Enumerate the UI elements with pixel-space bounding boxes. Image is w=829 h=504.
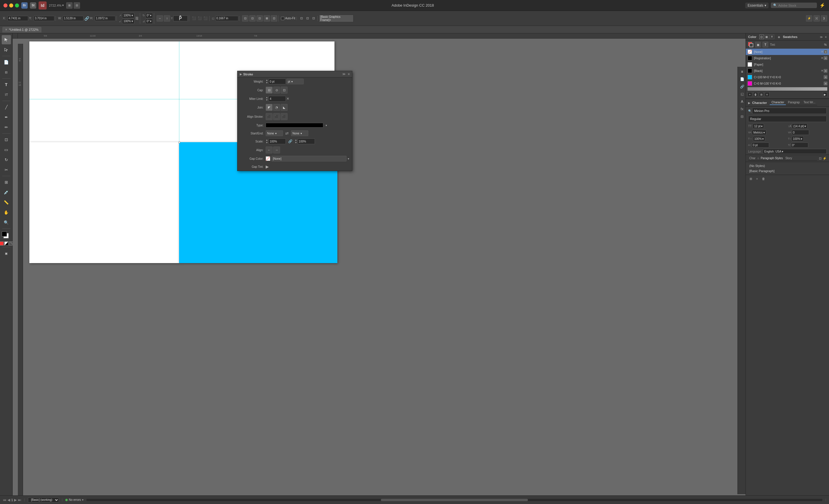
close-button[interactable]: [3, 3, 7, 7]
pen-tool[interactable]: ✒: [2, 113, 11, 122]
pages-icon[interactable]: 📄: [739, 76, 745, 82]
gap-tool[interactable]: ⊟: [2, 68, 11, 77]
baseline-input[interactable]: [752, 142, 769, 148]
swatch-edit-black[interactable]: ⊞: [824, 69, 827, 73]
canvas-area[interactable]: 5/8 11/16 3/4 13/16 7/8 5 8 11 16: [13, 33, 746, 503]
stroke-expand-btn[interactable]: ≫: [342, 72, 346, 76]
skew-input[interactable]: [791, 142, 808, 148]
view-btn-2[interactable]: ⊟: [74, 2, 80, 9]
cap-square-btn[interactable]: ⊡: [281, 87, 288, 94]
content-align-2[interactable]: ⊡: [305, 16, 310, 21]
para-basic-paragraph[interactable]: [Basic Paragraph]: [746, 168, 829, 174]
fit-btn-4[interactable]: ⊠: [264, 15, 270, 22]
swatch-item-registration[interactable]: [Registration] ✕ ⊞: [746, 55, 829, 61]
minimize-button[interactable]: [9, 3, 13, 7]
gap-tint-arrow[interactable]: ▶: [266, 164, 269, 169]
join-round-btn[interactable]: ◔: [273, 104, 280, 111]
y-input[interactable]: [34, 16, 55, 21]
canvas-content[interactable]: 5 8 11 16: [18, 39, 746, 503]
rectangle-tool[interactable]: ▭: [2, 145, 11, 154]
char-tab-text-wrap[interactable]: Text Wr...: [802, 100, 817, 105]
scale-w-down[interactable]: ▼: [266, 141, 268, 144]
transform-btn[interactable]: ⟫: [821, 15, 827, 22]
document-tab[interactable]: × *Untitled-1 @ 2722%: [2, 27, 41, 33]
scale-w-input[interactable]: [268, 139, 286, 144]
font-name-input[interactable]: [752, 108, 827, 114]
weight-up[interactable]: ▲: [266, 79, 268, 81]
stroke-expand-icon[interactable]: ▶: [240, 73, 242, 76]
zoom-tool[interactable]: 🔍: [2, 218, 11, 227]
stroke-indicator[interactable]: [749, 43, 753, 47]
weight-input[interactable]: [268, 79, 286, 84]
line-tool[interactable]: ╱: [2, 103, 11, 112]
align-center-btn[interactable]: ⬛: [266, 113, 273, 120]
swatches-menu-btn[interactable]: ≡: [825, 35, 827, 39]
last-page-btn[interactable]: ⏭: [18, 498, 21, 502]
swatch-edit-cyan[interactable]: ⊞: [824, 75, 827, 79]
swatch-item-black[interactable]: [Black] ✕ ⊞: [746, 68, 829, 74]
align-outside-btn[interactable]: ⬛: [281, 113, 288, 120]
weight-down[interactable]: ▼: [266, 81, 268, 84]
para-no-styles[interactable]: (No Styles): [746, 163, 829, 168]
miter-input[interactable]: [268, 96, 286, 102]
para-new-group-btn[interactable]: ⊞: [748, 176, 753, 181]
type-T-icon[interactable]: T: [770, 35, 774, 39]
tab-close-btn[interactable]: ×: [5, 28, 7, 32]
h-input[interactable]: [95, 16, 115, 21]
horizontal-scrollbar[interactable]: [86, 499, 822, 501]
miter-up[interactable]: ▲: [266, 96, 268, 99]
char-tab-character[interactable]: Character: [770, 100, 786, 105]
start-dropdown[interactable]: None▾: [266, 131, 283, 136]
weight-unit-dropdown[interactable]: pt▾: [286, 79, 304, 84]
autofit-checkbox[interactable]: [281, 17, 284, 20]
free-transform-tool[interactable]: ⊞: [2, 178, 11, 187]
color-wheel-icon[interactable]: ⊙: [759, 35, 764, 39]
swatch-delete-btn[interactable]: 🗑: [753, 92, 758, 97]
type-on-path-tool[interactable]: ⌇T: [2, 90, 11, 99]
para-tab-story[interactable]: Story: [784, 156, 793, 160]
language-dropdown[interactable]: English: USA▾: [763, 149, 827, 154]
miter-down[interactable]: ▼: [266, 99, 268, 101]
selection-tool[interactable]: [2, 35, 11, 44]
join-bevel-btn[interactable]: ◣: [281, 104, 288, 111]
gradient-icon[interactable]: ▦: [764, 35, 769, 39]
swatch-item-paper[interactable]: [Paper]: [746, 61, 829, 68]
maximize-button[interactable]: [15, 3, 19, 7]
fit-btn-2[interactable]: ⊡: [249, 15, 256, 22]
lightning-tool-btn[interactable]: ⚡: [806, 15, 812, 22]
char-expand-icon[interactable]: ▶: [748, 101, 750, 105]
links-icon[interactable]: 🔗: [739, 83, 745, 90]
para-tab-char[interactable]: Char: [748, 156, 757, 160]
workspace-dropdown[interactable]: Essentials ▾: [745, 3, 768, 8]
view-mode-dropdown[interactable]: [Basic] (working): [28, 497, 59, 503]
lightning-btn[interactable]: ⚡: [819, 2, 826, 9]
stroke-type-swatch[interactable]: [266, 123, 323, 128]
crop-tool[interactable]: ✂: [2, 165, 11, 174]
swatches-expand-btn[interactable]: ≫: [820, 35, 823, 39]
scale-h-down[interactable]: ▼: [295, 141, 297, 144]
join-miter-btn[interactable]: ◤: [266, 104, 273, 111]
swap-arrows[interactable]: ⇄: [285, 131, 289, 136]
scale-w-dropdown[interactable]: 100%▾: [122, 13, 135, 18]
cap-round-btn[interactable]: ⊙: [273, 87, 280, 94]
next-page-btn[interactable]: ▶: [14, 498, 17, 502]
w-input[interactable]: [63, 16, 83, 21]
expand-btn[interactable]: ⟩⟨: [814, 15, 820, 22]
miter-close[interactable]: ✕: [286, 97, 289, 101]
view-btn-1[interactable]: ⊞: [66, 2, 73, 9]
char-tab-paragraph[interactable]: Paragrap: [786, 100, 801, 105]
pencil-tool[interactable]: ✏: [2, 122, 11, 132]
chain-link-icon[interactable]: 🔗: [84, 16, 89, 21]
fill-color-box[interactable]: [2, 231, 7, 237]
swatch-grid-btn[interactable]: ⊞: [759, 92, 764, 97]
align-center-btn[interactable]: ⬛: [197, 16, 202, 21]
swatch-item-magenta[interactable]: C=0 M=100 Y=0 K=0 ⊞: [746, 80, 829, 87]
scale-h-up[interactable]: ▲: [295, 139, 297, 141]
align-inside-btn[interactable]: ⬛: [273, 113, 280, 120]
font-size-dropdown[interactable]: 12 pt▾: [753, 123, 764, 129]
swatch-item-cyan[interactable]: C=100 M=0 Y=0 K=0 ⊞: [746, 74, 829, 80]
swatch-edit-none[interactable]: ⊞: [824, 50, 827, 53]
stock-icon[interactable]: St: [30, 2, 36, 9]
content-align-1[interactable]: ⊡: [299, 16, 304, 21]
scale-h-char-dropdown[interactable]: 100%▾: [753, 136, 765, 141]
